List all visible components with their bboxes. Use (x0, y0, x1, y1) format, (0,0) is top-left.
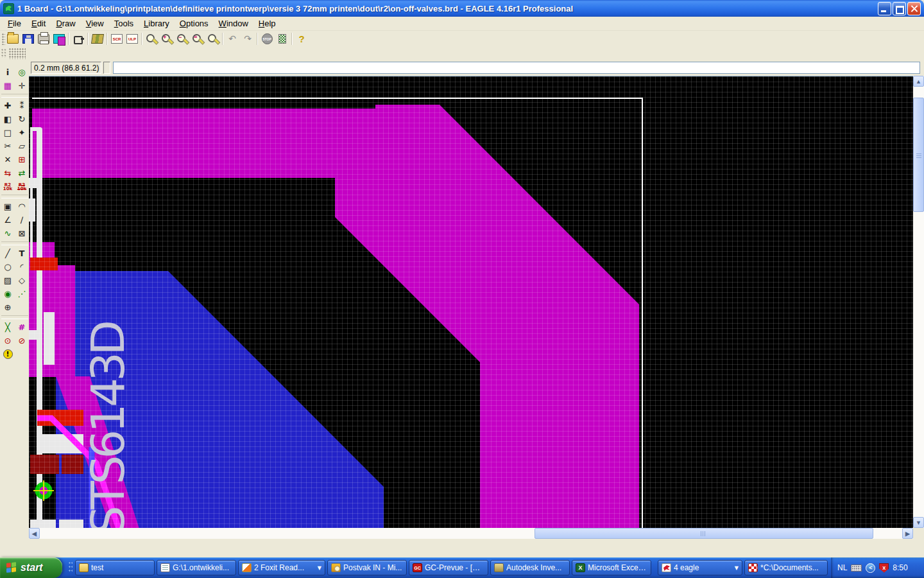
group-tool[interactable]: □ (1, 126, 15, 139)
run-script-button[interactable]: SCR (109, 31, 124, 46)
cam-processor-button[interactable] (51, 31, 67, 46)
taskbar-button-excel[interactable]: X Microsoft Excel ... (572, 560, 651, 575)
outlook-icon (331, 563, 341, 572)
value-tool[interactable]: R210k (1, 180, 15, 193)
security-alert-icon[interactable]: x (879, 563, 889, 573)
zoom-fit-button[interactable] (144, 31, 159, 46)
board-schematic-button[interactable] (71, 31, 86, 46)
menu-window[interactable]: Window (214, 17, 253, 30)
route-icon: ∿ (4, 229, 12, 238)
miter-tool[interactable]: ◠ (15, 200, 29, 213)
warning-tool[interactable]: ! (1, 347, 15, 361)
errors-tool[interactable]: ⊘ (15, 334, 29, 347)
start-button[interactable]: start (0, 557, 62, 578)
board-canvas[interactable]: STS6143D (29, 76, 913, 528)
smash-tool[interactable]: R210k (15, 180, 29, 193)
close-button[interactable] (907, 2, 921, 15)
mark-tool[interactable]: ✛ (15, 79, 29, 92)
scroll-right-button[interactable]: ▶ (902, 528, 913, 539)
ratsnest-progress-button[interactable] (275, 31, 290, 46)
menu-file[interactable]: File (3, 17, 26, 30)
library-button[interactable] (90, 31, 105, 46)
scroll-up-button[interactable]: ▲ (913, 76, 924, 87)
arc-tool[interactable]: ◜ (15, 260, 29, 274)
taskbar-button-ontwikkeling[interactable]: G:\1.ontwikkeli... (157, 560, 236, 575)
zoom-select-button[interactable]: = (190, 31, 205, 46)
route-tool[interactable]: ∿ (1, 227, 15, 240)
inventor-icon (494, 563, 504, 572)
stop-button[interactable]: STOP (259, 31, 275, 46)
menu-library[interactable]: Library (139, 17, 175, 30)
show-tool[interactable]: ◎ (15, 66, 29, 79)
minimize-button[interactable] (878, 2, 891, 15)
hide-icons-chevron-icon[interactable]: < (866, 563, 875, 573)
circle-tool[interactable]: ○ (1, 260, 15, 274)
pad-tool[interactable]: ▣ (1, 200, 15, 213)
horizontal-scroll-thumb[interactable] (535, 528, 873, 539)
drc-tool[interactable]: ⊙ (1, 334, 15, 347)
sidebar-grip[interactable] (1, 49, 7, 58)
menu-tools[interactable]: Tools (109, 17, 139, 30)
add-tool[interactable]: ⊞ (15, 153, 29, 166)
pinswap-tool[interactable]: ⇆ (1, 166, 15, 180)
change-tool[interactable]: ✦ (15, 126, 29, 139)
open-button[interactable] (5, 31, 21, 46)
polygon-tool[interactable]: ◇ (15, 274, 29, 287)
rect-tool[interactable]: ▨ (1, 274, 15, 287)
paste-tool[interactable]: ▱ (15, 139, 29, 153)
delete-tool[interactable]: ✕ (1, 153, 15, 166)
cut-tool[interactable]: ✂ (1, 139, 15, 153)
via-tool[interactable]: ◉ (1, 287, 15, 301)
ripup-tool[interactable]: ⊠ (15, 227, 29, 240)
taskbar-button-gc-prevue[interactable]: GC GC-Prevue - [G... (409, 560, 488, 575)
taskbar-button-test[interactable]: test (75, 560, 155, 575)
menu-draw[interactable]: Draw (51, 17, 80, 30)
signal-tool[interactable]: ⋰ (15, 287, 29, 301)
vertical-scrollbar[interactable]: ▲ ▼ (913, 76, 924, 528)
zoom-in-button[interactable]: + (159, 31, 175, 46)
optimize-tool[interactable]: ∕ (15, 213, 29, 227)
save-button[interactable] (21, 31, 36, 46)
hole-tool[interactable]: ⊕ (1, 301, 15, 314)
taskbar-button-eagle-group[interactable]: 4 eagle ▼ (658, 560, 742, 575)
menu-options[interactable]: Options (175, 17, 214, 30)
ratsnest-tool[interactable]: ╳ (1, 320, 15, 334)
menu-view[interactable]: View (81, 17, 109, 30)
zoom-redraw-button[interactable] (205, 31, 221, 46)
move-tool[interactable]: ✚ (1, 99, 15, 112)
scroll-left-button[interactable]: ◀ (29, 528, 40, 539)
gc-prevue-icon: GC (413, 563, 422, 572)
taskbar-button-foxit-group[interactable]: 2 Foxit Read... ▼ (238, 560, 325, 575)
command-input[interactable] (113, 62, 920, 74)
menu-help[interactable]: Help (253, 17, 281, 30)
redo-button[interactable]: ↷ (240, 31, 255, 46)
split-tool[interactable]: ∠ (1, 213, 15, 227)
taskbar-button-inventor[interactable]: Autodesk Inve... (490, 560, 570, 575)
taskbar-button-documents[interactable]: *C:\Documents... (744, 560, 828, 575)
run-ulp-button[interactable]: ULP (124, 31, 140, 46)
menu-bar: File Edit Draw View Tools Library Option… (0, 17, 924, 31)
text-tool[interactable]: T (15, 247, 29, 260)
zoom-select-icon: = (192, 34, 203, 44)
horizontal-scrollbar[interactable]: ◀ ▶ (29, 528, 913, 539)
keyboard-icon[interactable] (851, 565, 862, 572)
restore-button[interactable] (893, 2, 906, 15)
help-button[interactable]: ? (294, 31, 309, 46)
undo-button[interactable]: ↶ (225, 31, 240, 46)
taskbar-button-postvak[interactable]: Postvak IN - Mi... (327, 560, 407, 575)
rotate-tool[interactable]: ↻ (15, 112, 29, 126)
copy-tool[interactable]: ⁑ (15, 99, 29, 112)
zoom-out-button[interactable]: − (175, 31, 190, 46)
gateswap-tool[interactable]: ⇄ (15, 166, 29, 180)
display-tool[interactable]: ▦ (1, 79, 15, 92)
print-button[interactable] (36, 31, 51, 46)
menu-edit[interactable]: Edit (26, 17, 51, 30)
auto-tool[interactable]: # (15, 320, 29, 334)
toolbar-separator (141, 33, 142, 45)
info-tool[interactable]: i (1, 66, 15, 79)
wire-tool[interactable]: ╱ (1, 247, 15, 260)
mirror-tool[interactable]: ◧ (1, 112, 15, 126)
vertical-scroll-thumb[interactable] (913, 98, 924, 212)
language-indicator[interactable]: NL (837, 563, 847, 572)
scroll-down-button[interactable]: ▼ (913, 517, 924, 528)
